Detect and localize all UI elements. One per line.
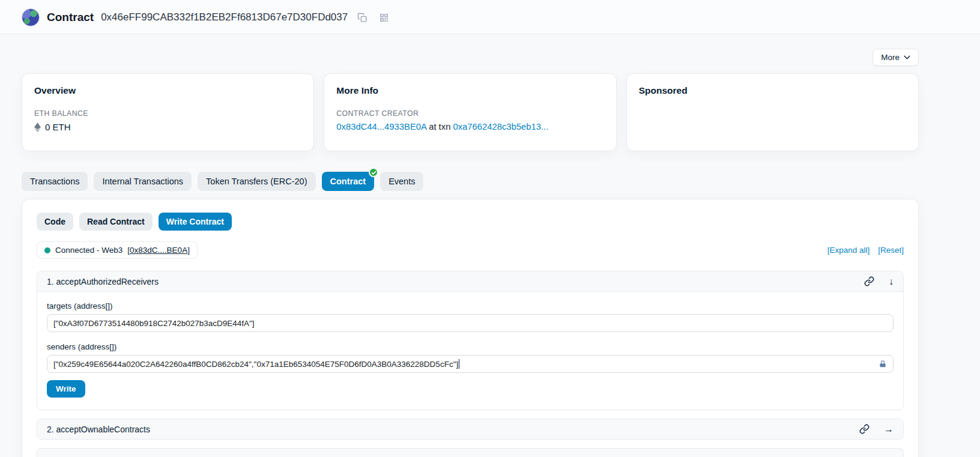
more-button-label: More — [881, 53, 900, 62]
expand-all-link[interactable]: [Expand all] — [827, 246, 870, 255]
more-row: More — [22, 49, 919, 66]
write-panel-1-body: targets (address[]) ["0xA3f07D6773514480… — [37, 292, 903, 410]
eth-balance-value: 0 ETH — [45, 122, 71, 132]
subtab-code[interactable]: Code — [37, 213, 73, 231]
eth-balance-label: ETH BALANCE — [34, 109, 301, 118]
subtab-read-contract[interactable]: Read Contract — [79, 213, 153, 231]
connected-address-link[interactable]: [0x83dC....BE0A] — [127, 246, 190, 255]
expand-arrow-icon[interactable]: → — [884, 425, 894, 434]
tab-contract[interactable]: Contract — [322, 172, 375, 191]
targets-input[interactable]: ["0xA3f07D6773514480b918C2742b027b3acD9E… — [47, 314, 894, 332]
contract-subtabs: Code Read Contract Write Contract — [37, 213, 904, 231]
overview-card-title: Overview — [34, 85, 301, 96]
tab-contract-label: Contract — [330, 177, 366, 186]
qr-code-icon[interactable] — [377, 10, 391, 25]
more-button[interactable]: More — [873, 49, 919, 66]
contract-creator-label: CONTRACT CREATOR — [336, 109, 603, 118]
copy-icon[interactable] — [355, 10, 369, 25]
write-panel-2-title: 2. acceptOwnableContracts — [47, 425, 150, 434]
page-header: Contract 0x46eFF99CAB332f1B2EB2Ff6813D67… — [0, 0, 980, 34]
collapse-arrow-icon[interactable]: ↓ — [889, 277, 894, 286]
write-panel-2: 2. acceptOwnableContracts → — [37, 419, 904, 440]
main-tabs: Transactions Internal Transactions Token… — [22, 172, 919, 191]
text-caret — [459, 359, 459, 369]
sponsored-card: Sponsored — [626, 73, 919, 151]
senders-input-value: ["0x259c49E65644a020C2A642260a4ffB0CD862… — [53, 360, 458, 369]
subtab-write-contract[interactable]: Write Contract — [159, 213, 232, 231]
permalink-icon[interactable] — [859, 424, 870, 434]
targets-input-value: ["0xA3f07D6773514480b918C2742b027b3acD9E… — [53, 319, 255, 328]
connected-dot-icon — [44, 247, 50, 253]
write-panel-2-header[interactable]: 2. acceptOwnableContracts → — [37, 419, 903, 439]
more-info-card: More Info CONTRACT CREATOR 0x83dC44...49… — [324, 73, 616, 151]
overview-card: Overview ETH BALANCE 0 ETH — [22, 73, 314, 151]
creator-connector-text: at txn — [426, 122, 453, 132]
info-cards-row: Overview ETH BALANCE 0 ETH More Info CON… — [22, 73, 919, 151]
write-panel-1-header[interactable]: 1. acceptAuthorizedReceivers ↓ — [37, 271, 903, 292]
more-info-card-title: More Info — [336, 85, 603, 96]
connection-status-pill: Connected - Web3 [0x83dC....BE0A] — [37, 241, 198, 259]
write-panel-3-sliver[interactable] — [37, 448, 904, 457]
tab-transactions[interactable]: Transactions — [22, 172, 88, 191]
contract-panel: Code Read Contract Write Contract Connec… — [22, 199, 919, 457]
contract-address: 0x46eFF99CAB332f1B2EB2Ff6813D67e7D30FDd0… — [101, 11, 348, 23]
permalink-icon[interactable] — [864, 276, 874, 286]
status-row: Connected - Web3 [0x83dC....BE0A] [Expan… — [37, 241, 904, 259]
write-button[interactable]: Write — [47, 380, 85, 398]
sponsored-card-title: Sponsored — [639, 85, 906, 96]
reset-link[interactable]: [Reset] — [878, 246, 904, 255]
input-lock-icon[interactable] — [874, 360, 887, 368]
connection-status-text: Connected - Web3 — [55, 246, 122, 255]
verified-check-icon — [369, 168, 378, 177]
write-panel-1-title: 1. acceptAuthorizedReceivers — [47, 277, 159, 286]
page-title: Contract — [47, 11, 94, 24]
chevron-down-icon — [904, 55, 910, 59]
creator-address-link[interactable]: 0x83dC44...4933BE0A — [336, 122, 426, 132]
senders-field-label: senders (address[]) — [47, 342, 894, 351]
contract-avatar — [22, 8, 40, 26]
header-divider — [0, 34, 980, 34]
tab-token-transfers[interactable]: Token Transfers (ERC-20) — [198, 172, 315, 191]
tab-internal-transactions[interactable]: Internal Transactions — [94, 172, 192, 191]
tab-events[interactable]: Events — [380, 172, 423, 191]
creation-txn-link[interactable]: 0xa7662428c3b5eb13... — [453, 122, 548, 132]
senders-input[interactable]: ["0x259c49E65644a020C2A642260a4ffB0CD862… — [47, 355, 894, 373]
write-panel-1: 1. acceptAuthorizedReceivers ↓ targets (… — [37, 271, 904, 410]
targets-field-label: targets (address[]) — [47, 301, 894, 310]
eth-icon — [34, 123, 41, 132]
